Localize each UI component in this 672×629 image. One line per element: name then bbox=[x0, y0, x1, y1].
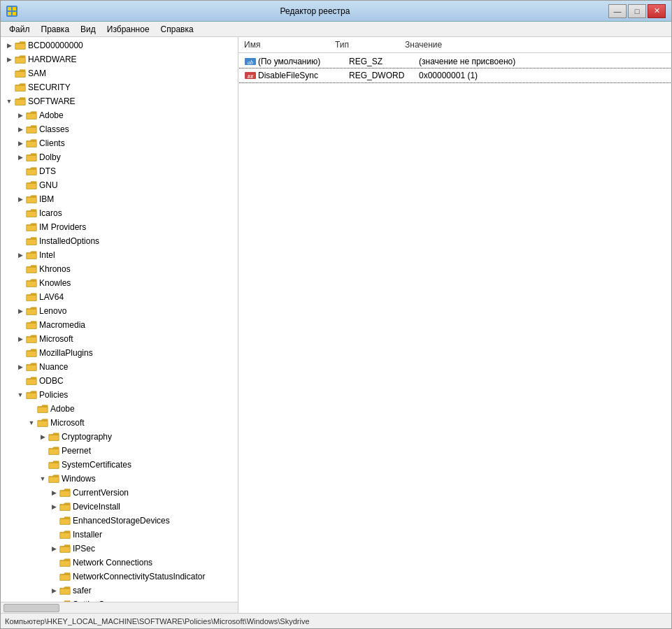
tree-item-safer[interactable]: ▶ safer bbox=[1, 584, 238, 598]
tree-expander[interactable]: ▶ bbox=[48, 501, 59, 512]
horizontal-scrollbar[interactable] bbox=[1, 602, 238, 613]
tree-item-nuance[interactable]: ▶ Nuance bbox=[1, 360, 238, 374]
tree-item-ipsec[interactable]: ▶ IPSec bbox=[1, 542, 238, 556]
tree-item-installer[interactable]: Installer bbox=[1, 528, 238, 542]
tree-expander[interactable] bbox=[48, 529, 59, 540]
tree-item-clients[interactable]: ▶ Clients bbox=[1, 136, 238, 150]
tree-expander[interactable] bbox=[37, 459, 48, 470]
tree-item-odbc[interactable]: ODBC bbox=[1, 374, 238, 388]
tree-expander[interactable] bbox=[26, 403, 37, 414]
tree-expander[interactable] bbox=[15, 291, 26, 303]
tree-expander[interactable]: ▼ bbox=[37, 473, 48, 484]
tree-expander[interactable]: ▶ bbox=[15, 250, 26, 261]
tree-item-installed_options[interactable]: InstalledOptions bbox=[1, 234, 238, 248]
col-name-header: Имя bbox=[244, 40, 335, 50]
tree-expander[interactable]: ▶ bbox=[15, 194, 26, 205]
tree-item-enhancedstorage[interactable]: EnhancedStorageDevices bbox=[1, 514, 238, 528]
tree-item-windows[interactable]: ▼ Windows bbox=[1, 472, 238, 486]
tree-item-policies[interactable]: ▼ Policies bbox=[1, 388, 238, 402]
tree-item-icaros[interactable]: Icaros bbox=[1, 206, 238, 220]
tree-item-microsoft[interactable]: ▶ Microsoft bbox=[1, 332, 238, 346]
tree-expander[interactable] bbox=[15, 347, 26, 359]
tree-item-dolby[interactable]: ▶ Dolby bbox=[1, 150, 238, 164]
tree-expander[interactable] bbox=[15, 263, 26, 275]
tree-item-netconn[interactable]: Network Connections bbox=[1, 556, 238, 570]
tree-expander[interactable] bbox=[37, 445, 48, 456]
registry-value-row[interactable]: ## DisableFileSyncREG_DWORD0x00000001 (1… bbox=[238, 68, 671, 82]
tree-expander[interactable] bbox=[15, 236, 26, 247]
tree-item-bcd[interactable]: ▶ BCD00000000 bbox=[1, 38, 238, 52]
tree-expander[interactable]: ▶ bbox=[15, 361, 26, 373]
tree-expander[interactable] bbox=[3, 68, 15, 79]
folder-icon bbox=[37, 418, 48, 428]
tree-expander[interactable]: ▶ bbox=[15, 124, 26, 135]
folder-icon bbox=[26, 194, 37, 204]
tree-item-lav64[interactable]: LAV64 bbox=[1, 290, 238, 304]
tree-expander[interactable]: ▼ bbox=[26, 417, 37, 428]
tree-item-peernet[interactable]: Peernet bbox=[1, 444, 238, 458]
tree-expander[interactable] bbox=[48, 515, 59, 526]
tree-item-adobe[interactable]: ▶ Adobe bbox=[1, 108, 238, 122]
tree-item-syscerts[interactable]: SystemCertificates bbox=[1, 458, 238, 472]
tree-expander[interactable]: ▶ bbox=[3, 54, 15, 65]
tree-expander[interactable]: ▶ bbox=[48, 487, 59, 498]
tree-expander[interactable] bbox=[15, 180, 26, 191]
tree-expander[interactable] bbox=[15, 222, 26, 233]
minimize-button[interactable]: — bbox=[608, 4, 627, 18]
tree-item-mozillaplugins[interactable]: MozillaPlugins bbox=[1, 346, 238, 360]
tree-expander[interactable]: ▼ bbox=[3, 96, 15, 107]
tree-expander[interactable]: ▶ bbox=[15, 152, 26, 163]
tree-item-netconn_status[interactable]: NetworkConnectivityStatusIndicator bbox=[1, 570, 238, 584]
tree-expander[interactable]: ▼ bbox=[15, 389, 26, 400]
menu-item-справка[interactable]: Справка bbox=[155, 23, 199, 36]
tree-expander[interactable] bbox=[15, 319, 26, 331]
tree-item-classes[interactable]: ▶ Classes bbox=[1, 122, 238, 136]
tree-expander[interactable] bbox=[15, 277, 26, 289]
tree-expander[interactable] bbox=[15, 208, 26, 219]
tree-expander[interactable]: ▶ bbox=[15, 138, 26, 149]
tree-expander[interactable]: ▶ bbox=[15, 333, 26, 345]
tree-expander[interactable] bbox=[48, 557, 59, 568]
tree-scroll[interactable]: ▶ BCD00000000▶ HARDWARE SAM SECURITY▼ SO… bbox=[1, 37, 238, 602]
tree-expander[interactable] bbox=[15, 375, 26, 386]
tree-item-macromedia[interactable]: Macromedia bbox=[1, 318, 238, 332]
tree-item-hardware[interactable]: ▶ HARDWARE bbox=[1, 52, 238, 66]
tree-item-label: GNU bbox=[39, 180, 58, 190]
menu-item-файл[interactable]: Файл bbox=[3, 23, 36, 36]
tree-item-software[interactable]: ▼ SOFTWARE bbox=[1, 94, 238, 108]
tree-item-khronos[interactable]: Khronos bbox=[1, 262, 238, 276]
registry-value-row[interactable]: ab (По умолчанию)REG_SZ(значение не прис… bbox=[238, 55, 671, 68]
tree-item-currentversion[interactable]: ▶ CurrentVersion bbox=[1, 486, 238, 500]
tree-expander[interactable] bbox=[15, 166, 26, 177]
tree-item-ibm[interactable]: ▶ IBM bbox=[1, 192, 238, 206]
menu-item-избранное[interactable]: Избранное bbox=[101, 23, 155, 36]
tree-expander[interactable] bbox=[3, 82, 15, 93]
tree-expander[interactable]: ▶ bbox=[48, 543, 59, 554]
tree-item-label: SystemCertificates bbox=[62, 460, 131, 470]
folder-icon bbox=[15, 82, 26, 92]
maximize-button[interactable]: □ bbox=[628, 4, 646, 18]
app-icon bbox=[6, 6, 17, 17]
tree-expander[interactable] bbox=[48, 571, 59, 582]
tree-item-im_providers[interactable]: IM Providers bbox=[1, 220, 238, 234]
tree-item-pol_adobe[interactable]: Adobe bbox=[1, 402, 238, 416]
tree-item-intel[interactable]: ▶ Intel bbox=[1, 248, 238, 262]
tree-item-lenovo[interactable]: ▶ Lenovo bbox=[1, 304, 238, 318]
tree-expander[interactable]: ▶ bbox=[37, 431, 48, 442]
tree-item-dts[interactable]: DTS bbox=[1, 164, 238, 178]
menu-item-вид[interactable]: Вид bbox=[75, 23, 101, 36]
folder-icon bbox=[59, 586, 71, 595]
tree-expander[interactable]: ▶ bbox=[3, 40, 15, 51]
tree-item-sam[interactable]: SAM bbox=[1, 66, 238, 80]
tree-item-deviceinstall[interactable]: ▶ DeviceInstall bbox=[1, 500, 238, 514]
tree-expander[interactable]: ▶ bbox=[15, 110, 26, 121]
tree-expander[interactable]: ▶ bbox=[48, 585, 59, 596]
tree-item-pol_microsoft[interactable]: ▼ Microsoft bbox=[1, 416, 238, 430]
tree-item-cryptography[interactable]: ▶ Cryptography bbox=[1, 430, 238, 444]
menu-item-правка[interactable]: Правка bbox=[36, 23, 76, 36]
tree-item-security[interactable]: SECURITY bbox=[1, 80, 238, 94]
close-button[interactable]: ✕ bbox=[648, 4, 666, 18]
tree-item-knowles[interactable]: Knowles bbox=[1, 276, 238, 290]
tree-expander[interactable]: ▶ bbox=[15, 305, 26, 317]
tree-item-gnu[interactable]: GNU bbox=[1, 178, 238, 192]
